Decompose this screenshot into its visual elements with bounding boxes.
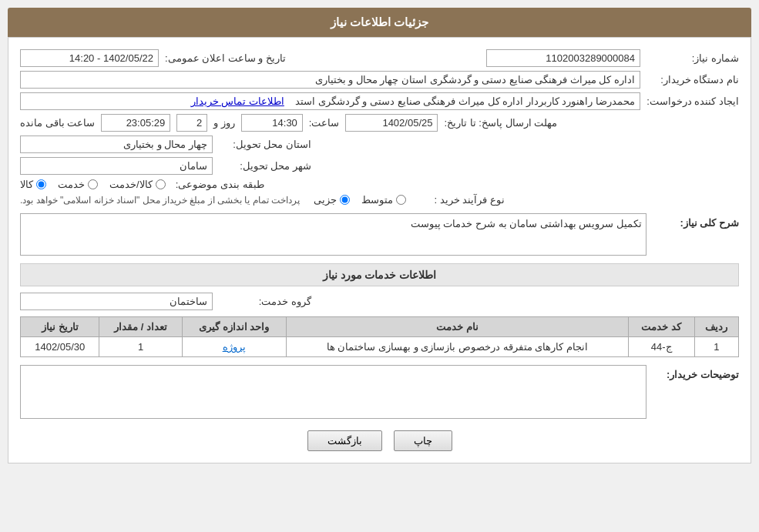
baqi-value: 23:05:29: [101, 114, 170, 132]
ostan-label: استان محل تحویل:: [219, 139, 311, 150]
table-cell-5: 1402/05/30: [21, 337, 99, 357]
radio-khedmat-input[interactable]: [88, 179, 98, 189]
row-tabaqe: طبقه بندی موضوعی: کالا/خدمت خدمت کالا: [20, 179, 739, 190]
row-gorohe: گروه خدمت: ساختمان: [20, 293, 739, 310]
tosifat-label-cell: توضیحات خریدار:: [646, 365, 739, 419]
radio-jozvi-label: جزیی: [314, 194, 337, 206]
ejad-link[interactable]: اطلاعات تماس خریدار: [191, 95, 284, 107]
col-tarikh: تاریخ نیاز: [21, 317, 99, 337]
ejad-label: ایجاد کننده درخواست:: [646, 95, 739, 107]
shomara-niaz-value: 1102003289000084: [486, 49, 640, 67]
sharh-section: شرح کلی نیاز: تکمیل سرویس بهداشتی سامان …: [20, 213, 739, 256]
nam-dastgah-label: نام دستگاه خریدار:: [646, 74, 739, 85]
radio-kala-label: کالا: [20, 179, 33, 190]
saat-value: 14:30: [241, 114, 303, 132]
page-wrapper: جزئیات اطلاعات نیاز شماره نیاز: 11020032…: [0, 0, 759, 532]
col-nam: نام خدمت: [286, 317, 628, 337]
table-cell-1: ج-44: [628, 337, 694, 357]
tosifat-label: توضیحات خریدار:: [667, 369, 739, 380]
sharh-value-cell: تکمیل سرویس بهداشتی سامان به شرح خدمات پ…: [20, 213, 646, 256]
shomara-niaz-label: شماره نیاز:: [646, 52, 739, 64]
gorohe-label: گروه خدمت:: [219, 296, 311, 307]
col-kod: کد خدمت: [628, 317, 694, 337]
page-header: جزئیات اطلاعات نیاز: [8, 8, 751, 37]
radio-khedmat-label: خدمت: [58, 179, 85, 190]
radio-jozvi-input[interactable]: [340, 195, 350, 205]
radio-kala: کالا: [20, 179, 46, 190]
farayand-label: نوع فرآیند خرید :: [412, 194, 505, 206]
rooz-label: روز و: [213, 117, 235, 129]
radio-kala-khedmat-input[interactable]: [156, 179, 166, 189]
row-shahr: شهر محل تحویل: سامان: [20, 157, 739, 175]
chap-button[interactable]: چاپ: [394, 430, 452, 451]
radio-jozvi: جزیی: [314, 194, 350, 206]
btn-row: چاپ بازگشت: [20, 430, 739, 451]
table-cell-2: انجام کارهای متفرقه درخصوص بازسازی و بهس…: [286, 337, 628, 357]
sharh-text: تکمیل سرویس بهداشتی سامان به شرح خدمات پ…: [411, 218, 642, 229]
row-shomara: شماره نیاز: 1102003289000084 تاریخ و ساع…: [20, 49, 739, 67]
row-mowdat: مهلت ارسال پاسخ: تا تاریخ: 1402/05/25 سا…: [20, 114, 739, 132]
sharh-label-cell: شرح کلی نیاز:: [646, 213, 739, 256]
radio-motovaset-label: متوسط: [361, 194, 393, 206]
sharh-label: شرح کلی نیاز:: [680, 217, 739, 229]
row-farayand: نوع فرآیند خرید : متوسط جزیی پرداخت تمام…: [20, 194, 739, 206]
row-nam-dastgah: نام دستگاه خریدار: اداره کل میراث فرهنگی…: [20, 71, 739, 89]
tarikh-ersal-label: مهلت ارسال پاسخ: تا تاریخ:: [444, 117, 557, 129]
tosifat-table: توضیحات خریدار:: [20, 365, 739, 419]
main-content: شماره نیاز: 1102003289000084 تاریخ و ساع…: [8, 37, 751, 463]
table-cell-3: پروژه: [182, 337, 286, 357]
services-table-header-row: ردیف کد خدمت نام خدمت واحد اندازه گیری ت…: [21, 317, 739, 337]
services-table: ردیف کد خدمت نام خدمت واحد اندازه گیری ت…: [20, 316, 739, 357]
col-radif: ردیف: [694, 317, 738, 337]
gorohe-value: ساختمان: [20, 293, 213, 310]
radio-kala-khedmat: کالا/خدمت: [109, 179, 166, 190]
row-ejad: ایجاد کننده درخواست: محمدرضا راهنورد کار…: [20, 92, 739, 110]
tabaqe-label: طبقه بندی موضوعی:: [172, 179, 264, 190]
rooz-value: 2: [176, 114, 207, 132]
tarikh-niaz-value: 1402/05/25: [345, 114, 438, 132]
tosifat-textarea: [20, 365, 646, 419]
tosifat-value-cell: [20, 365, 646, 419]
sharh-table: شرح کلی نیاز: تکمیل سرویس بهداشتی سامان …: [20, 213, 739, 256]
radio-kala-khedmat-label: کالا/خدمت: [109, 179, 153, 190]
tarikh-elan-value: 1402/05/22 - 14:20: [20, 49, 159, 67]
bazgasht-button[interactable]: بازگشت: [307, 430, 382, 451]
services-tbody: 1ج-44انجام کارهای متفرقه درخصوص بازسازی …: [21, 337, 739, 357]
col-tedad: تعداد / مقدار: [99, 317, 182, 337]
sharh-row: شرح کلی نیاز: تکمیل سرویس بهداشتی سامان …: [20, 213, 739, 256]
services-section-title: اطلاعات خدمات مورد نیاز: [20, 263, 739, 286]
sharh-textarea: تکمیل سرویس بهداشتی سامان به شرح خدمات پ…: [20, 213, 646, 256]
tabaqe-radio-group: کالا/خدمت خدمت کالا: [20, 179, 166, 190]
table-row: 1ج-44انجام کارهای متفرقه درخصوص بازسازی …: [21, 337, 739, 357]
tosifat-section: توضیحات خریدار:: [20, 365, 739, 419]
ostan-value: چهار محال و بختیاری: [20, 136, 213, 153]
saat-label: ساعت:: [309, 117, 340, 129]
tosifat-row: توضیحات خریدار:: [20, 365, 739, 419]
radio-motovaset-input[interactable]: [396, 195, 406, 205]
tarikh-elan-label: تاریخ و ساعت اعلان عمومی:: [165, 52, 286, 64]
table-cell-4: 1: [99, 337, 182, 357]
radio-motovaset: متوسط: [361, 194, 406, 206]
radio-khedmat: خدمت: [58, 179, 98, 190]
shahr-value: سامان: [20, 157, 213, 175]
shahr-label: شهر محل تحویل:: [219, 160, 311, 172]
table-cell-0: 1: [694, 337, 738, 357]
farayand-desc: پرداخت تمام یا بخشی از مبلغ خریداز محل "…: [20, 195, 300, 206]
col-vahed: واحد اندازه گیری: [182, 317, 286, 337]
farayand-radio-group: متوسط جزیی: [314, 194, 406, 206]
ejad-text: محمدرضا راهنورد کاربردار اداره کل میراث …: [295, 95, 635, 107]
nam-dastgah-value: اداره کل میراث فرهنگی صنایع دستی و گردشگ…: [20, 71, 640, 89]
radio-kala-input[interactable]: [36, 179, 46, 189]
row-ostan: استان محل تحویل: چهار محال و بختیاری: [20, 136, 739, 153]
ejad-value: محمدرضا راهنورد کاربردار اداره کل میراث …: [20, 92, 640, 110]
baqi-label: ساعت باقی مانده: [20, 117, 95, 129]
